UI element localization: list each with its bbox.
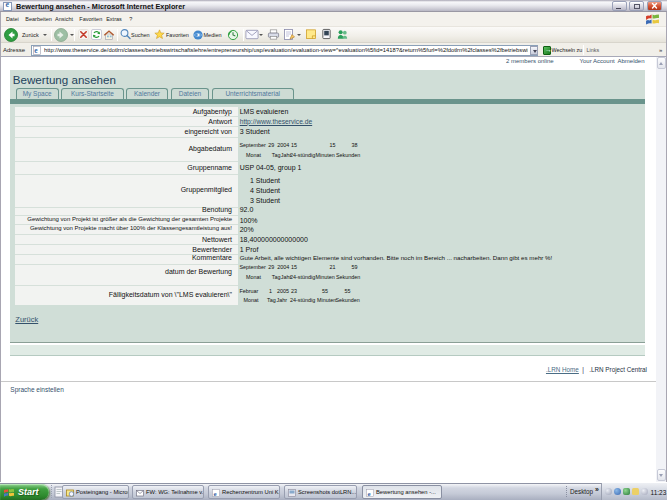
- svg-text:e: e: [213, 489, 216, 497]
- svg-text:e: e: [367, 489, 370, 497]
